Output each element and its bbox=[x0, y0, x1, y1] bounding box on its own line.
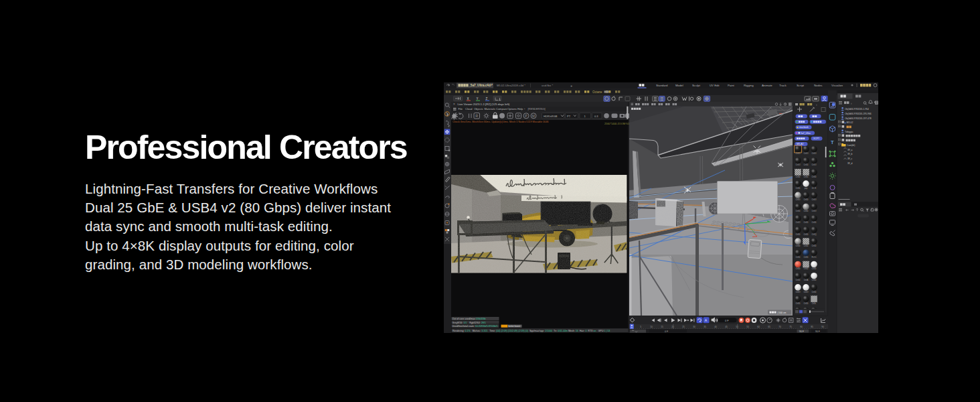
svg-text:PT: PT bbox=[567, 115, 571, 118]
svg-text:90 F: 90 F bbox=[815, 330, 820, 333]
svg-text:Ch3D: Ch3D bbox=[804, 256, 809, 259]
svg-text:Ch3O: Ch3O bbox=[795, 291, 800, 293]
svg-text:_5a7_Ultra.c4d *: _5a7_Ultra.c4d * bbox=[468, 84, 493, 87]
svg-text:Sculpt: Sculpt bbox=[692, 84, 701, 87]
svg-text:Ch3D: Ch3D bbox=[804, 233, 809, 236]
svg-text:Ch3D: Ch3D bbox=[812, 291, 817, 293]
svg-text:Ch3D: Ch3D bbox=[804, 245, 809, 247]
svg-text:65: 65 bbox=[768, 326, 770, 328]
svg-text:Ch3O: Ch3O bbox=[811, 152, 816, 155]
svg-text:[RENDERING]: [RENDERING] bbox=[528, 107, 546, 111]
svg-text:Cloud: Cloud bbox=[465, 107, 472, 111]
svg-text:Ch3D: Ch3D bbox=[796, 233, 801, 236]
svg-text:R: R bbox=[475, 114, 478, 118]
svg-text:30: 30 bbox=[693, 326, 696, 328]
svg-text:Ch3D: Ch3D bbox=[804, 210, 809, 212]
svg-text:90: 90 bbox=[821, 326, 824, 328]
svg-text:Objects: Objects bbox=[474, 107, 483, 111]
svg-text:60: 60 bbox=[757, 326, 760, 328]
svg-text:Script: Script bbox=[797, 84, 805, 87]
svg-text:40: 40 bbox=[714, 326, 717, 328]
svg-text:+: + bbox=[570, 84, 572, 88]
svg-text:55: 55 bbox=[746, 326, 749, 328]
svg-text:39_b: 39_b bbox=[847, 153, 853, 155]
svg-text:FLOC: FLOC bbox=[811, 256, 816, 259]
svg-text:Nodes: Nodes bbox=[814, 84, 822, 87]
svg-text:0 F: 0 F bbox=[665, 330, 668, 333]
svg-text:Ch3D: Ch3D bbox=[796, 279, 801, 281]
svg-text:Ch3O: Ch3O bbox=[795, 152, 800, 155]
svg-text:Ch3D: Ch3D bbox=[796, 267, 801, 270]
svg-text:0.3: 0.3 bbox=[594, 115, 598, 118]
svg-text:asd.fbx *: asd.fbx * bbox=[542, 84, 553, 87]
svg-text:Ch3D: Ch3D bbox=[804, 163, 809, 166]
svg-text:Ch3O: Ch3O bbox=[795, 221, 800, 224]
svg-text:Ch3O: Ch3O bbox=[811, 198, 816, 201]
svg-text:Ch3D: Ch3D bbox=[812, 267, 817, 270]
svg-text:Ch3O: Ch3O bbox=[795, 163, 800, 166]
svg-text:39_c: 39_c bbox=[847, 157, 853, 160]
svg-text:Materials: Materials bbox=[485, 107, 495, 111]
svg-text:Ch3D: Ch3D bbox=[796, 176, 801, 178]
svg-text:Out of core used/max 0Gb/4Gb: Out of core used/max 0Gb/4Gb bbox=[453, 318, 486, 320]
svg-text:Paint: Paint bbox=[728, 84, 735, 87]
svg-text:Ch3D: Ch3D bbox=[804, 302, 809, 305]
svg-text:Ch3D: Ch3D bbox=[812, 176, 817, 178]
svg-text:5: 5 bbox=[640, 326, 641, 328]
svg-text:Animate: Animate bbox=[762, 84, 772, 87]
svg-text:Ch3O: Ch3O bbox=[803, 152, 808, 155]
svg-text:0 F: 0 F bbox=[725, 320, 729, 322]
svg-text:Grey8/16: 1/1 Rgb32/64: 28/: Grey8/16: 1/1 Rgb32/64: 28/1 bbox=[453, 322, 486, 324]
svg-text:Ch3D: Ch3D bbox=[812, 279, 817, 281]
svg-text:X: X bbox=[467, 97, 469, 100]
svg-text:File: File bbox=[459, 107, 463, 111]
svg-text:M: M bbox=[532, 114, 535, 118]
svg-text:80: 80 bbox=[800, 326, 803, 328]
svg-text:MX-A2: MX-A2 bbox=[797, 143, 803, 145]
svg-text:Check:3ms/5ms. MeshGen:30ms. U: Check:3ms/5ms. MeshGen:30ms. Update[s]:0… bbox=[453, 121, 548, 123]
svg-text:75: 75 bbox=[789, 326, 792, 328]
svg-text:Ch3D: Ch3D bbox=[804, 221, 809, 224]
svg-text:10: 10 bbox=[650, 326, 653, 328]
svg-text:Ch3Q: Ch3Q bbox=[811, 233, 816, 236]
svg-text:39_a: 39_a bbox=[847, 149, 853, 151]
svg-text:Rendering: 0.1% Mv/sec: 3.31: Rendering: 0.1% Mv/sec: 3.315 Time: (04)… bbox=[453, 330, 610, 332]
svg-text:5a7_Ultra: 5a7_Ultra bbox=[801, 132, 811, 135]
svg-text:Ch3D: Ch3D bbox=[796, 302, 801, 305]
svg-text:Obj3d66-9763205-195-966: Obj3d66-9763205-195-966 bbox=[845, 113, 872, 115]
svg-text:Ch3O: Ch3O bbox=[795, 198, 800, 201]
svg-text:MX-02: MX-02 bbox=[847, 121, 853, 124]
svg-text:Ch3L: Ch3L bbox=[812, 302, 817, 305]
svg-text:Live Viewer 2023.1.2-[R2] (125: Live Viewer 2023.1.2-[R2] (125 days left… bbox=[458, 103, 510, 106]
svg-text:Tobiggia: Tobiggia bbox=[845, 131, 853, 133]
svg-text:Y: Y bbox=[477, 97, 479, 100]
svg-text:Ch3O: Ch3O bbox=[811, 210, 816, 212]
svg-text:Ch3D: Ch3D bbox=[796, 245, 801, 247]
svg-text:15: 15 bbox=[661, 326, 663, 328]
svg-text:Z: Z bbox=[486, 97, 488, 100]
svg-text:Model: Model bbox=[675, 84, 683, 87]
svg-text:macbook: macbook bbox=[799, 126, 809, 129]
svg-text:MI-02-Ultra2018.c4d *: MI-02-Ultra2018.c4d * bbox=[497, 84, 525, 87]
svg-text:25: 25 bbox=[682, 326, 685, 328]
svg-text:×: × bbox=[453, 103, 455, 106]
svg-text:50: 50 bbox=[736, 326, 738, 328]
svg-text:Help: Help bbox=[517, 107, 523, 111]
svg-text:Options: Options bbox=[507, 107, 517, 111]
svg-text:85: 85 bbox=[811, 326, 813, 328]
svg-text:Ch3D: Ch3D bbox=[812, 245, 817, 247]
svg-text:39_d: 39_d bbox=[847, 162, 853, 165]
svg-text:Octane: Octane bbox=[592, 90, 602, 94]
svg-text:Obj3d66-9763205-197-478: Obj3d66-9763205-197-478 bbox=[845, 117, 872, 120]
svg-text:Ch3A: Ch3A bbox=[804, 279, 809, 281]
svg-text:better boost: better boost bbox=[509, 325, 520, 328]
svg-text:Obj3d66-9763205-1-954: Obj3d66-9763205-1-954 bbox=[845, 108, 869, 111]
svg-text:UV Edit: UV Edit bbox=[710, 84, 720, 87]
svg-text:DC E: DC E bbox=[812, 187, 817, 190]
svg-text:Track: Track bbox=[779, 84, 787, 87]
svg-text:Used/free/total vram: 10.209Gb: Used/free/total vram: 10.209Gb/5.870Gb/1 bbox=[453, 325, 498, 328]
svg-text:Ch3O: Ch3O bbox=[803, 291, 808, 293]
svg-text:70: 70 bbox=[779, 326, 781, 328]
svg-text:pop: pop bbox=[805, 188, 808, 190]
svg-text:Ch3D: Ch3D bbox=[796, 187, 801, 190]
